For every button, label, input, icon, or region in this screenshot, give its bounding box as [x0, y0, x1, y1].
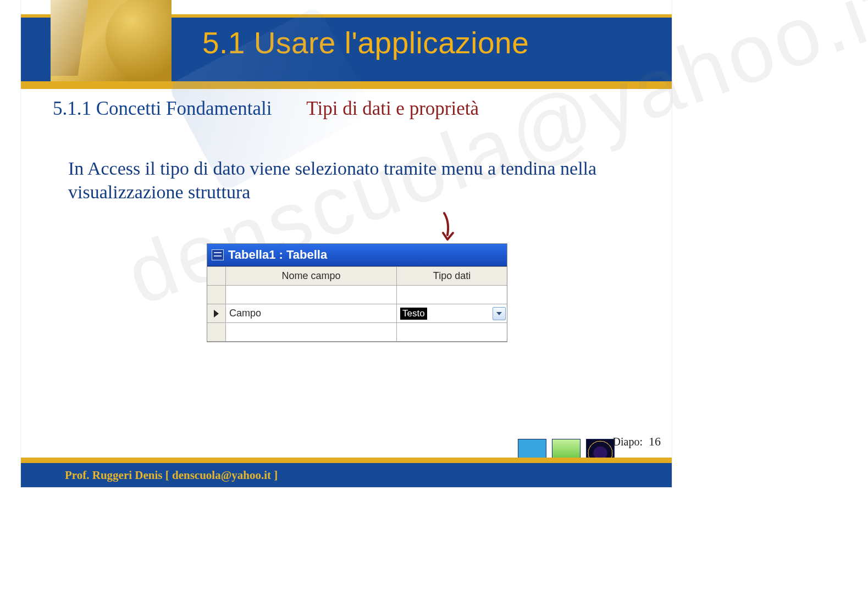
- access-titlebar: Tabella1 : Tabella: [207, 244, 507, 266]
- field-name-cell: [226, 286, 397, 304]
- access-grid: Nome campo Tipo dati Campo Testo: [207, 266, 507, 342]
- header-logo: [51, 0, 172, 81]
- table-icon: [212, 249, 224, 260]
- current-row-indicator-icon: [214, 310, 219, 317]
- slide-number-value: 16: [649, 434, 661, 448]
- slide-number-label: Diapo:: [613, 436, 643, 448]
- footer-author: Prof. Ruggeri Denis [ denscuola@yahoo.it…: [65, 469, 278, 482]
- field-name-cell: Campo: [226, 304, 397, 323]
- access-header-row: Nome campo Tipo dati: [207, 267, 507, 286]
- subheading: 5.1.1 Concetti Fondamentali Tipi di dati…: [53, 98, 479, 120]
- access-window-title: Tabella1 : Tabella: [228, 248, 327, 262]
- table-row: [207, 323, 507, 342]
- footer-gold-bar: [21, 458, 672, 463]
- pointer-arrow: [439, 211, 461, 244]
- table-row: [207, 286, 507, 304]
- column-header-name: Nome campo: [226, 267, 397, 286]
- row-selector: [207, 286, 226, 304]
- slide: 5.1 Usare l'applicazione denscuola@yahoo…: [21, 0, 672, 487]
- subheading-right: Tipi di dati e proprietà: [306, 98, 479, 119]
- body-paragraph: In Access il tipo di dato viene selezion…: [68, 157, 629, 204]
- field-type-cell: Testo: [397, 304, 507, 323]
- type-dropdown-button[interactable]: [493, 307, 506, 320]
- subheading-left: 5.1.1 Concetti Fondamentali: [53, 98, 272, 119]
- row-selector-active: [207, 304, 226, 323]
- column-header-type: Tipo dati: [397, 267, 507, 286]
- row-selector-header: [207, 267, 226, 286]
- field-type-cell: [397, 323, 507, 342]
- selected-type-value: Testo: [400, 308, 427, 320]
- table-row: Campo Testo: [207, 304, 507, 323]
- access-table-window: Tabella1 : Tabella Nome campo Tipo dati …: [207, 243, 507, 342]
- field-type-cell: [397, 286, 507, 304]
- footer-band: Prof. Ruggeri Denis [ denscuola@yahoo.it…: [21, 463, 672, 487]
- row-selector: [207, 323, 226, 342]
- slide-number: Diapo: 16: [613, 434, 661, 449]
- field-name-cell: [226, 323, 397, 342]
